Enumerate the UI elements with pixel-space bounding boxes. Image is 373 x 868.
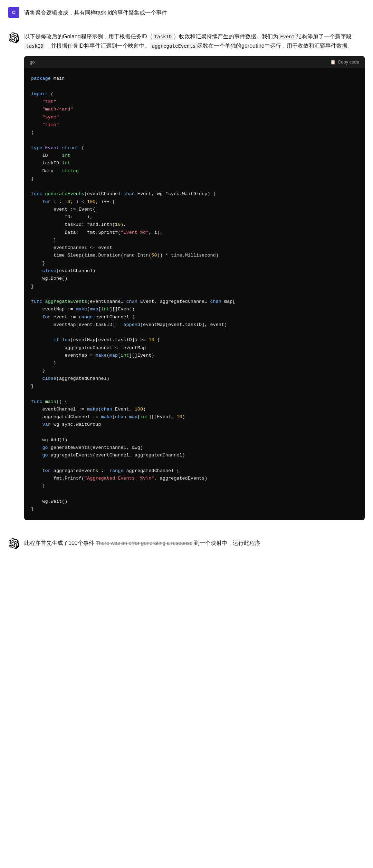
bottom-ai-avatar	[8, 538, 19, 549]
code-lang-label: go	[30, 59, 35, 65]
bottom-text-after-error: 到一个映射中，运行此程序	[194, 540, 260, 546]
bottom-paragraph: 此程序首先生成了100个事件 There was an error genera…	[24, 538, 365, 548]
copy-icon: 📋	[330, 59, 336, 65]
ai-avatar	[8, 32, 19, 44]
bottom-content: 此程序首先生成了100个事件 There was an error genera…	[24, 538, 365, 548]
code-block: go 📋 Copy code package main import ( "fm…	[24, 56, 365, 520]
bottom-text-section: 此程序首先生成了100个事件 There was an error genera…	[0, 533, 373, 555]
ai-intro-text: 以下是修改后的Golang程序示例，用于根据任务ID（taskID）收敛和汇聚持…	[24, 32, 365, 50]
ai-message: 以下是修改后的Golang程序示例，用于根据任务ID（taskID）收敛和汇聚持…	[0, 25, 373, 533]
code-content: package main import ( "fmt" "math/rand" …	[31, 75, 358, 513]
error-message: There was an error generating a response	[96, 540, 192, 546]
user-message: C 请将聚合逻辑改成，具有同样task id的事件聚集成一个事件	[0, 0, 373, 25]
code-body: package main import ( "fmt" "math/rand" …	[24, 68, 365, 520]
copy-code-button[interactable]: 📋 Copy code	[330, 59, 359, 65]
ai-content: 以下是修改后的Golang程序示例，用于根据任务ID（taskID）收敛和汇聚持…	[24, 32, 365, 526]
user-avatar: C	[8, 7, 19, 18]
user-message-text: 请将聚合逻辑改成，具有同样task id的事件聚集成一个事件	[24, 7, 167, 17]
code-header: go 📋 Copy code	[24, 56, 365, 68]
bottom-text-before-error: 此程序首先生成了100个事件	[24, 540, 94, 546]
